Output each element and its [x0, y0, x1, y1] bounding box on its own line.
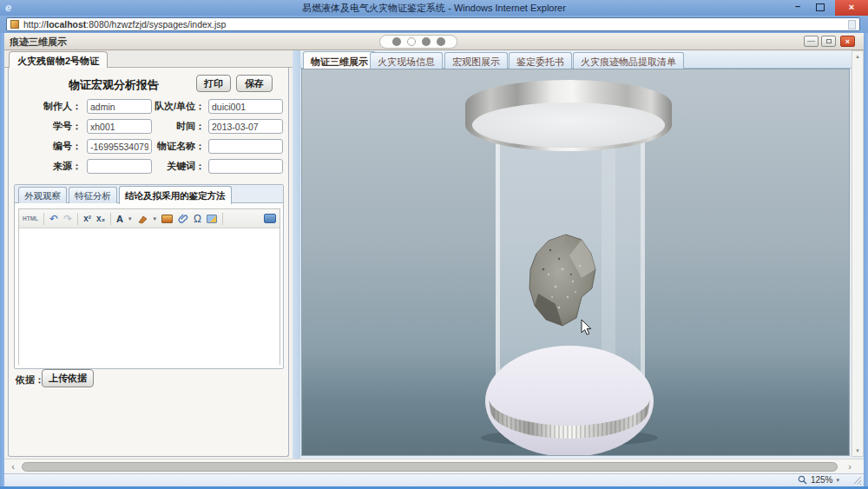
tab-conclusion-method[interactable]: 结论及拟采用的鉴定方法	[119, 186, 232, 204]
editor-toolbar: HTML ↶ ↷ x² x₂ A ▾ ▾	[19, 209, 279, 228]
indicator-dot-3[interactable]	[422, 37, 431, 46]
team-field[interactable]	[208, 99, 283, 114]
toolbar-separator	[77, 213, 78, 225]
panel-divider	[293, 50, 300, 459]
toolbar-separator	[222, 213, 223, 225]
window-minimize-button[interactable]: –	[792, 1, 804, 11]
url-text[interactable]: http://localhost:8080/hzwzfzjd/syspages/…	[23, 19, 226, 30]
save-button[interactable]: 保存	[236, 75, 273, 92]
left-tab-row: 火灾残留物2号物证	[4, 50, 293, 68]
inner-minimize-button[interactable]: —	[804, 36, 819, 47]
attachment-link-icon[interactable]	[178, 213, 188, 224]
resize-grip-icon[interactable]	[853, 476, 862, 485]
label-student-id: 学号：	[12, 119, 82, 133]
horizontal-scroll-thumb[interactable]	[22, 462, 838, 472]
indicator-dot-1[interactable]	[392, 37, 401, 46]
label-team: 队次/单位：	[146, 99, 205, 113]
highlight-caret-icon[interactable]: ▾	[154, 215, 157, 222]
magnifier-icon	[798, 475, 807, 485]
evidence-name-field[interactable]	[208, 139, 283, 154]
horizontal-scrollbar[interactable]: ‹ ›	[4, 459, 864, 473]
report-form: 物证宏观分析报告 打印 保存 制作人： 队次/单位： 学号： 时间： 编号： 物…	[8, 68, 289, 457]
insert-media-icon[interactable]	[207, 215, 217, 223]
scroll-right-icon[interactable]: ›	[843, 460, 857, 473]
window-frame-right	[864, 33, 868, 486]
font-color-caret-icon[interactable]: ▾	[128, 215, 132, 222]
scroll-left-icon[interactable]: ‹	[6, 460, 20, 473]
label-creator: 制作人：	[12, 99, 82, 113]
zoom-level[interactable]: 125%	[811, 475, 833, 485]
3d-viewport[interactable]	[301, 69, 850, 456]
editor-tab-row: 外观观察 特征分析 结论及拟采用的鉴定方法	[15, 185, 283, 203]
indicator-dot-4[interactable]	[437, 37, 445, 46]
scroll-down-icon[interactable]: ▾	[852, 447, 863, 454]
browser-titlebar: e 易燃液体及电气火灾物证鉴定系统 - Windows Internet Exp…	[0, 0, 868, 16]
inner-window-titlebar: 痕迹三维展示 — ×	[4, 33, 864, 50]
creator-field[interactable]	[87, 99, 152, 114]
tab-extraction-list[interactable]: 火灾痕迹物品提取清单	[573, 52, 684, 69]
highlight-brush-icon[interactable]	[137, 214, 148, 224]
site-favicon-icon	[10, 20, 19, 29]
status-bar: 125% ▾	[4, 473, 864, 486]
source-field[interactable]	[87, 159, 152, 174]
view-indicator-pill[interactable]	[379, 35, 457, 49]
redo-icon: ↷	[63, 213, 72, 225]
scroll-up-icon[interactable]: ▴	[852, 53, 863, 60]
maximize-editor-icon[interactable]	[264, 214, 276, 223]
subscript-icon[interactable]: x₂	[96, 213, 105, 225]
label-time: 时间：	[146, 119, 205, 133]
evidence-3d-panel: 物证三维展示 火灾现场信息 宏观图展示 鉴定委托书 火灾痕迹物品提取清单	[300, 50, 864, 459]
student-id-field[interactable]	[87, 119, 152, 134]
print-button[interactable]: 打印	[196, 75, 231, 92]
keywords-field[interactable]	[208, 159, 283, 174]
main-content: 火灾残留物2号物证 物证宏观分析报告 打印 保存 制作人： 队次/单位： 学号：…	[4, 50, 864, 459]
zoom-caret-icon[interactable]: ▾	[836, 477, 839, 484]
zoom-control[interactable]: 125% ▾	[798, 475, 839, 485]
time-field[interactable]	[208, 119, 283, 134]
window-close-button[interactable]: ×	[835, 0, 868, 16]
inner-close-button[interactable]: ×	[840, 36, 855, 47]
base-dome[interactable]	[485, 346, 654, 455]
toolbar-separator	[110, 213, 111, 225]
3d-scene[interactable]	[302, 69, 849, 455]
inner-restore-button[interactable]	[821, 36, 836, 47]
label-evidence-name: 物证名称：	[146, 139, 205, 153]
special-char-icon[interactable]: Ω	[194, 213, 201, 225]
label-number: 编号：	[12, 139, 82, 153]
tab-commission-letter[interactable]: 鉴定委托书	[509, 52, 572, 69]
rich-text-editor: HTML ↶ ↷ x² x₂ A ▾ ▾	[18, 208, 280, 365]
undo-icon[interactable]: ↶	[49, 213, 58, 225]
evidence-report-panel: 火灾残留物2号物证 物证宏观分析报告 打印 保存 制作人： 队次/单位： 学号：…	[4, 50, 293, 459]
url-input[interactable]: http://localhost:8080/hzwzfzjd/syspages/…	[6, 17, 860, 31]
window-title: 易燃液体及电气火灾物证鉴定系统 - Windows Internet Explo…	[0, 2, 868, 15]
label-keywords: 关键词：	[146, 159, 205, 173]
cylinder-lid[interactable]	[465, 80, 672, 151]
report-title: 物证宏观分析报告	[50, 77, 177, 93]
window-maximize-button[interactable]	[816, 3, 825, 11]
superscript-icon[interactable]: x²	[83, 213, 91, 225]
tab-appearance-observation[interactable]: 外观观察	[18, 187, 67, 203]
indicator-dot-2[interactable]	[407, 37, 416, 46]
html-source-icon[interactable]: HTML	[23, 213, 38, 225]
editor-content-area[interactable]	[19, 228, 279, 365]
tab-3d-display[interactable]: 物证三维展示	[303, 51, 376, 69]
label-source: 来源：	[12, 159, 82, 173]
analysis-editor: 外观观察 特征分析 结论及拟采用的鉴定方法 HTML ↶ ↷ x² x₂	[14, 184, 284, 369]
tab-feature-analysis[interactable]: 特征分析	[69, 187, 117, 203]
compatibility-page-icon[interactable]	[848, 20, 856, 30]
vertical-scrollbar[interactable]: ▴ ▾	[852, 50, 864, 457]
basis-label: 依据：	[16, 373, 44, 387]
number-field[interactable]	[87, 139, 152, 154]
tab-evidence-2[interactable]: 火灾残留物2号物证	[9, 51, 108, 69]
browser-window: e 易燃液体及电气火灾物证鉴定系统 - Windows Internet Exp…	[0, 0, 868, 489]
address-bar: http://localhost:8080/hzwzfzjd/syspages/…	[0, 16, 868, 33]
insert-image-icon[interactable]	[161, 215, 173, 223]
inner-window-title: 痕迹三维展示	[10, 36, 67, 49]
tab-macro-image[interactable]: 宏观图展示	[444, 52, 508, 69]
upload-basis-button[interactable]: 上传依据	[42, 369, 94, 387]
toolbar-separator	[43, 213, 44, 225]
font-color-icon[interactable]: A	[116, 213, 123, 225]
right-tab-row: 物证三维展示 火灾现场信息 宏观图展示 鉴定委托书 火灾痕迹物品提取清单	[300, 50, 864, 69]
tab-fire-scene-info[interactable]: 火灾现场信息	[370, 52, 443, 69]
